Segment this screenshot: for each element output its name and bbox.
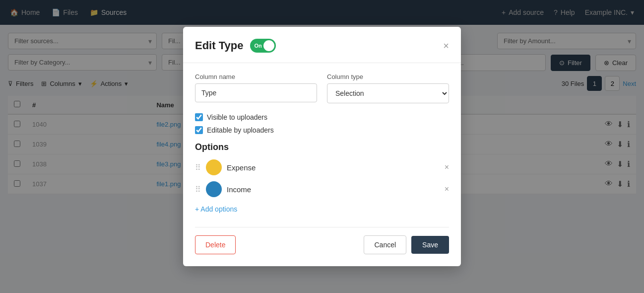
column-type-group: Column type Selection Text Number Date [327, 73, 449, 103]
editable-checkbox-row: Editable by uploaders [195, 126, 449, 134]
expense-color-circle[interactable] [206, 159, 222, 175]
drag-handle-income[interactable]: ⠿ [195, 185, 201, 194]
modal-divider [183, 63, 461, 63]
option-item-expense: ⠿ Expense × [195, 159, 449, 175]
modal-overlay[interactable]: Edit Type On × Column name [0, 0, 644, 202]
income-color-circle[interactable] [206, 181, 222, 197]
edit-type-modal: Edit Type On × Column name [183, 27, 461, 202]
visible-checkbox-row: Visible to uploaders [195, 113, 449, 121]
income-label: Income [227, 185, 440, 194]
form-row-columns: Column name Column type Selection Text N… [195, 73, 449, 103]
modal-close-btn[interactable]: × [443, 41, 449, 51]
modal-title: Edit Type [195, 39, 243, 52]
modal-header: Edit Type On × [195, 39, 449, 53]
toggle-wrap: On [250, 39, 276, 53]
column-name-group: Column name [195, 73, 317, 103]
column-type-select[interactable]: Selection Text Number Date [327, 83, 449, 103]
modal-title-row: Edit Type On [195, 39, 276, 53]
column-type-label: Column type [327, 73, 449, 80]
editable-checkbox[interactable] [195, 126, 203, 134]
column-name-input[interactable] [195, 83, 317, 102]
column-name-label: Column name [195, 73, 317, 80]
visible-label: Visible to uploaders [207, 113, 267, 121]
income-remove-btn[interactable]: × [445, 185, 449, 194]
toggle-label[interactable]: On [250, 39, 276, 53]
visible-checkbox[interactable] [195, 113, 203, 121]
options-title: Options [195, 142, 449, 152]
toggle-slider: On [250, 39, 276, 53]
drag-handle-expense[interactable]: ⠿ [195, 163, 201, 172]
expense-remove-btn[interactable]: × [445, 163, 449, 172]
options-section: Options ⠿ Expense × ⠿ Income × + Add opt… [195, 142, 449, 202]
expense-label: Expense [227, 163, 440, 172]
editable-label: Editable by uploaders [207, 126, 274, 134]
option-item-income: ⠿ Income × [195, 181, 449, 197]
